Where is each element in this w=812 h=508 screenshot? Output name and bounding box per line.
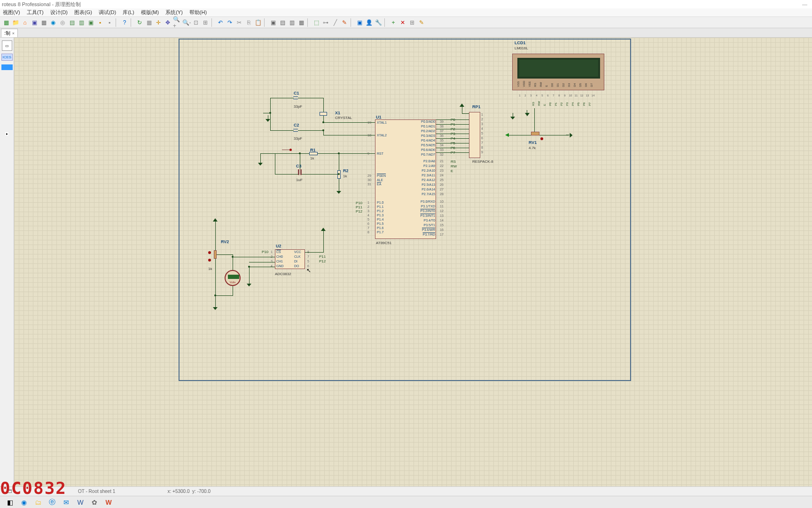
home-icon[interactable]: ⌂ (21, 18, 29, 27)
bom2-icon[interactable]: ▥ (77, 18, 86, 27)
lcd-net-label: P1 (554, 101, 560, 106)
tab-close-icon[interactable]: × (12, 31, 15, 36)
menu-help[interactable]: 帮助(H) (189, 9, 207, 16)
prop-icon[interactable]: ⊞ (408, 18, 416, 27)
menu-library[interactable]: 库(L) (123, 9, 134, 16)
taskbar-ie-icon[interactable]: ⓔ (47, 497, 57, 508)
help-icon[interactable]: ? (120, 18, 129, 27)
u1-pin-num: 22 (440, 164, 444, 167)
add-sheet-icon[interactable]: + (389, 18, 398, 27)
origin-icon[interactable]: ✛ (154, 18, 163, 27)
new-icon[interactable]: ▦ (2, 18, 10, 27)
reset-btn-dot[interactable] (289, 149, 292, 151)
edit-icon[interactable]: ✎ (417, 18, 426, 27)
redo-icon[interactable]: ↷ (226, 18, 234, 27)
x1[interactable] (320, 112, 327, 116)
wire (215, 259, 216, 303)
ide-icon[interactable]: ▣ (86, 18, 95, 27)
taskbar-start-icon[interactable]: ◧ (5, 497, 15, 508)
lcd1-ref: LCD1 (515, 40, 526, 45)
undo-icon[interactable]: ↶ (216, 18, 225, 27)
u2-pin-num: 7 (307, 255, 309, 258)
pcb-icon[interactable]: ▦ (39, 18, 48, 27)
menu-system[interactable]: 系统(Y) (165, 9, 183, 16)
menu-tools[interactable]: 工具(T) (27, 9, 44, 16)
rv1-wiper-dot[interactable] (540, 137, 543, 140)
rv2-dot-down[interactable] (208, 259, 211, 262)
u1-pin-num: 2 (367, 205, 369, 208)
bom-icon[interactable]: ▤ (68, 18, 76, 27)
rp1[interactable] (469, 112, 480, 158)
rv1[interactable] (531, 132, 539, 135)
zoom-area-icon[interactable]: ⊞ (201, 18, 210, 27)
menu-design[interactable]: 设计(D) (50, 9, 68, 16)
wire (302, 174, 339, 175)
wire (300, 153, 300, 169)
3d-icon[interactable]: ◉ (49, 18, 57, 27)
u1-pin-num: 37 (440, 129, 444, 133)
notes-icon[interactable]: ▪ (105, 18, 114, 27)
u1-pin-text: P2.3/A11 (422, 174, 435, 177)
taskbar-app-icon[interactable]: ✿ (89, 497, 100, 508)
gerber-icon[interactable]: ◎ (58, 18, 67, 27)
sim-play-icon[interactable]: ▣ (355, 18, 364, 27)
taskbar-mail-icon[interactable]: ✉ (61, 497, 71, 508)
vsm-icon[interactable]: ▪ (96, 18, 104, 27)
block-copy-icon[interactable]: ▣ (269, 18, 277, 27)
u1-pin-text: P0.2/AD2 (421, 129, 435, 133)
u1-pin-text: P1.0 (377, 201, 383, 204)
r1[interactable] (309, 152, 318, 155)
mouse-cursor-icon: ↖ (306, 267, 311, 274)
tab-schematic[interactable]: :制 × (1, 29, 18, 37)
devices-label[interactable]: ICES (1, 54, 13, 61)
menu-template[interactable]: 模版(M) (141, 9, 159, 16)
canvas-wrap[interactable]: LCD1 LM016L VSSVDDVEERSRWED0D1D2D3D4D5D6… (14, 38, 812, 486)
p1-net-label: P12 (355, 209, 363, 214)
voltmeter[interactable]: Volts (225, 270, 241, 286)
canvas[interactable]: LCD1 LM016L VSSVDDVEERSRWED0D1D2D3D4D5D6… (14, 38, 812, 486)
taskbar-explorer-icon[interactable]: 🗂 (33, 497, 43, 508)
reset-button[interactable] (282, 148, 289, 152)
wire (233, 257, 275, 257)
zoom-in-icon[interactable]: 🔍+ (173, 18, 181, 27)
wire-label-icon[interactable]: ⊶ (321, 18, 330, 27)
menu-graph[interactable]: 图表(G) (74, 9, 92, 16)
wire (462, 113, 469, 114)
pick-icon[interactable]: ⬚ (312, 18, 320, 27)
rv2-dot-up[interactable] (208, 251, 211, 254)
menu-debug[interactable]: 调试(D) (99, 9, 116, 16)
device-selected[interactable] (1, 64, 13, 70)
copy-icon[interactable]: ⎘ (244, 18, 253, 27)
cut-icon[interactable]: ✂ (235, 18, 243, 27)
bus-tool-icon[interactable]: ✎ (340, 18, 349, 27)
lcd-pin-num: 9 (562, 94, 568, 97)
open-icon[interactable]: 📁 (11, 18, 20, 27)
pan-icon[interactable]: ✥ (164, 18, 172, 27)
block-rotate-icon[interactable]: ▥ (288, 18, 296, 27)
delete-sheet-icon[interactable]: ✕ (398, 18, 407, 27)
refresh-icon[interactable]: ↻ (135, 18, 144, 27)
rotate-handle[interactable]: ▸ (5, 132, 8, 135)
sim-pause-icon[interactable]: 🔧 (374, 18, 383, 27)
taskbar-edge-icon[interactable]: ◉ (19, 497, 29, 508)
lcd-pin-label: D4 (573, 81, 579, 87)
overview-box[interactable]: ▭ (2, 40, 12, 51)
zoom-out-icon[interactable]: 🔍- (182, 18, 191, 27)
grid-icon[interactable]: ▦ (145, 18, 153, 27)
menu-view[interactable]: 视图(V) (3, 9, 20, 16)
sim-step-icon[interactable]: 👤 (365, 18, 373, 27)
watermark-text: 0C0832 (0, 478, 67, 498)
window-minimize[interactable]: — (802, 0, 807, 8)
taskbar-wps-icon[interactable]: W (103, 497, 114, 508)
u1-pin-num: 34 (440, 143, 444, 147)
zoom-fit-icon[interactable]: ⊡ (192, 18, 200, 27)
c2-val: 33pF (294, 136, 302, 141)
rp1-val: RESPACK-8 (472, 159, 493, 164)
schematic-icon[interactable]: ▣ (30, 18, 39, 27)
wire-tool-icon[interactable]: ╱ (331, 18, 339, 27)
paste-icon[interactable]: 📋 (254, 18, 262, 27)
block-delete-icon[interactable]: ▦ (297, 18, 305, 27)
block-move-icon[interactable]: ▤ (278, 18, 287, 27)
taskbar-word-icon[interactable]: W (75, 497, 86, 508)
wire (323, 122, 375, 123)
